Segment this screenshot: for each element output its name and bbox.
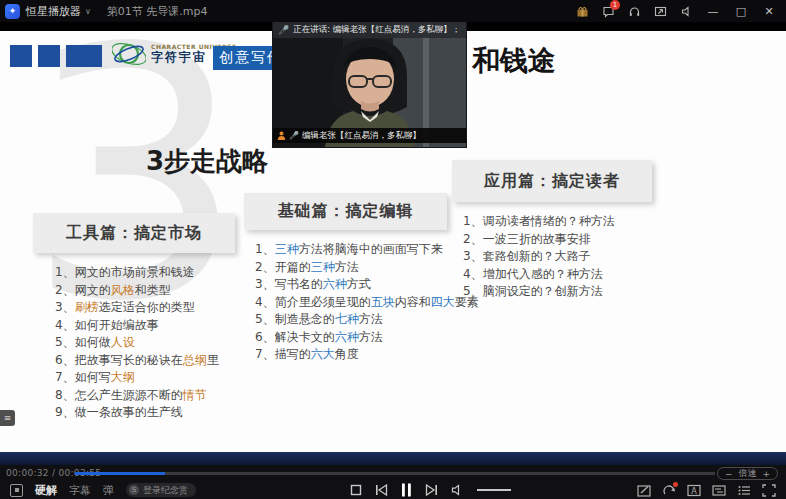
section-header: 应用篇：搞定读者 bbox=[452, 160, 652, 202]
globe-logo-icon bbox=[112, 37, 146, 71]
list-item: 5、脑洞设定的？创新方法 bbox=[463, 283, 667, 301]
list-item: 1、网文的市场前景和钱途 bbox=[55, 264, 248, 282]
svg-text:A: A bbox=[691, 486, 697, 495]
highlight-text: 刷榜 bbox=[75, 300, 99, 314]
side-panel-toggle[interactable]: ≡ bbox=[0, 410, 15, 426]
section-header: 基础篇：搞定编辑 bbox=[244, 193, 447, 230]
list-item: 1、三种方法将脑海中的画面写下来 bbox=[255, 241, 459, 259]
name-caption-bar: 🎤 编辑老张【红点易消，多私聊】 bbox=[273, 128, 466, 143]
page-title: 和钱途 bbox=[472, 42, 556, 80]
list-item: 3、套路创新的？大路子 bbox=[463, 248, 667, 266]
highlight-text: 风格 bbox=[111, 283, 135, 297]
message-icon[interactable]: 1 bbox=[600, 3, 616, 19]
list-item: 1、调动读者情绪的？种方法 bbox=[463, 213, 667, 231]
picture-in-picture-icon[interactable] bbox=[10, 484, 23, 497]
slide-footer-band bbox=[0, 452, 786, 465]
list-item: 5、如何做人设 bbox=[55, 334, 248, 352]
login-pill-label: 登录纪念赏 bbox=[143, 484, 188, 497]
share-icon[interactable] bbox=[662, 484, 676, 497]
seek-bar[interactable] bbox=[75, 472, 715, 475]
speaking-caption: 正在讲话: 编辑老张【红点易消，多私聊】； bbox=[293, 24, 460, 36]
danmaku-panel-icon[interactable] bbox=[712, 484, 726, 497]
section-application: 应用篇：搞定读者 1、调动读者情绪的？种方法2、一波三折的故事安排3、套路创新的… bbox=[452, 160, 667, 301]
person-icon bbox=[277, 131, 286, 140]
list-item: 3、刷榜选定适合你的类型 bbox=[55, 299, 248, 317]
list-item: 9、做一条故事的生产线 bbox=[55, 404, 248, 422]
stop-button[interactable] bbox=[350, 484, 362, 496]
list-item: 2、网文的风格和类型 bbox=[55, 282, 248, 300]
list-item: 4、简介里必须呈现的五块内容和四大要素 bbox=[255, 294, 459, 312]
titlebar: ✦ 恒星播放器 ∨ 第01节 先导课.mp4 1 — □ ✕ bbox=[0, 0, 786, 22]
speed-minus-button[interactable]: − bbox=[725, 469, 733, 479]
login-pill-button[interactable]: S 登录纪念赏 bbox=[126, 483, 196, 497]
minimize-button[interactable]: — bbox=[704, 5, 722, 18]
player-window: ✦ 恒星播放器 ∨ 第01节 先导课.mp4 1 — □ ✕ bbox=[0, 0, 786, 499]
notes-icon[interactable] bbox=[637, 484, 651, 497]
notification-dot bbox=[673, 482, 678, 487]
speed-label: 倍速 bbox=[738, 467, 756, 480]
highlight-text: 总纲 bbox=[183, 353, 207, 367]
list-item: 8、怎么产生源源不断的情节 bbox=[55, 387, 248, 405]
flag-decoration bbox=[66, 45, 102, 67]
section-basics: 基础篇：搞定编辑 1、三种方法将脑海中的画面写下来2、开篇的三种方法3、写书名的… bbox=[244, 193, 459, 364]
close-button[interactable]: ✕ bbox=[760, 5, 778, 18]
highlight-text: 情节 bbox=[183, 388, 207, 402]
volume-icon[interactable] bbox=[451, 484, 464, 496]
speaking-caption-bar: 🎤 正在讲话: 编辑老张【红点易消，多私聊】； bbox=[273, 22, 466, 38]
playlist-icon[interactable] bbox=[737, 484, 751, 497]
playback-speed-control[interactable]: − 倍速 + bbox=[717, 467, 778, 480]
list-item: 5、制造悬念的七种方法 bbox=[255, 311, 459, 329]
utility-icons: A bbox=[637, 481, 776, 499]
list-item: 6、把故事写长的秘诀在总纲里 bbox=[55, 352, 248, 370]
pause-button[interactable] bbox=[401, 483, 412, 497]
highlight-text: 六种 bbox=[323, 277, 347, 291]
list-item: 7、如何写大纲 bbox=[55, 369, 248, 387]
mic-active-icon: 🎤 bbox=[278, 25, 289, 35]
strategy-title: 3步走战略 bbox=[146, 144, 268, 179]
section-list: 1、三种方法将脑海中的画面写下来2、开篇的三种方法3、写书名的六种方式4、简介里… bbox=[255, 241, 459, 364]
section-tools: 工具篇：搞定市场 1、网文的市场前景和钱途2、网文的风格和类型3、刷榜选定适合你… bbox=[33, 213, 248, 422]
highlight-text: 六种 bbox=[335, 330, 359, 344]
flag-decoration bbox=[38, 45, 60, 67]
webcam-overlay: 🎤 正在讲话: 编辑老张【红点易消，多私聊】； 🎤 编辑老张【红点易消，多私聊】 bbox=[273, 21, 466, 147]
message-badge: 1 bbox=[610, 0, 620, 10]
list-item: 7、描写的六大角度 bbox=[255, 346, 459, 364]
video-filename: 第01节 先导课.mp4 bbox=[107, 4, 208, 19]
app-name[interactable]: 恒星播放器 bbox=[26, 4, 81, 19]
list-item: 4、如何开始编故事 bbox=[55, 317, 248, 335]
transport-controls bbox=[350, 481, 511, 499]
headset-icon[interactable] bbox=[626, 3, 642, 19]
speaker-name: 编辑老张【红点易消，多私聊】 bbox=[302, 130, 421, 142]
highlight-text: 三种 bbox=[275, 242, 299, 256]
section-list: 1、调动读者情绪的？种方法2、一波三折的故事安排3、套路创新的？大路子4、增加代… bbox=[463, 213, 667, 301]
highlight-text: 五块 bbox=[371, 295, 395, 309]
list-item: 2、开篇的三种方法 bbox=[255, 259, 459, 277]
next-button[interactable] bbox=[425, 484, 438, 496]
list-item: 6、解决卡文的六种方法 bbox=[255, 329, 459, 347]
maximize-button[interactable]: □ bbox=[732, 5, 750, 18]
gift-icon[interactable] bbox=[574, 3, 590, 19]
danmaku-toggle[interactable]: 弹 bbox=[103, 483, 114, 498]
subtitle-button[interactable]: 字幕 bbox=[69, 483, 91, 498]
flag-decoration bbox=[10, 45, 32, 67]
highlight-text: 六大 bbox=[311, 347, 335, 361]
previous-button[interactable] bbox=[375, 484, 388, 496]
hardware-decode-toggle[interactable]: 硬解 bbox=[35, 483, 57, 498]
section-list: 1、网文的市场前景和钱途2、网文的风格和类型3、刷榜选定适合你的类型4、如何开始… bbox=[55, 264, 248, 422]
list-item: 3、写书名的六种方式 bbox=[255, 276, 459, 294]
seek-bar-fill bbox=[75, 472, 165, 475]
speed-plus-button[interactable]: + bbox=[762, 469, 770, 479]
app-logo-icon: ✦ bbox=[5, 4, 20, 19]
list-item: 4、增加代入感的？种方法 bbox=[463, 266, 667, 284]
volume-slider[interactable] bbox=[477, 489, 511, 491]
screenshot-icon[interactable] bbox=[652, 3, 668, 19]
subtitle-a-icon[interactable]: A bbox=[687, 484, 701, 497]
login-pill-icon: S bbox=[129, 485, 139, 495]
fullscreen-icon[interactable] bbox=[762, 484, 776, 497]
section-header: 工具篇：搞定市场 bbox=[33, 213, 235, 253]
mute-icon[interactable] bbox=[678, 3, 694, 19]
highlight-text: 三种 bbox=[311, 260, 335, 274]
highlight-text: 七种 bbox=[335, 312, 359, 326]
mic-icon: 🎤 bbox=[289, 131, 299, 140]
chevron-down-icon[interactable]: ∨ bbox=[85, 7, 91, 16]
